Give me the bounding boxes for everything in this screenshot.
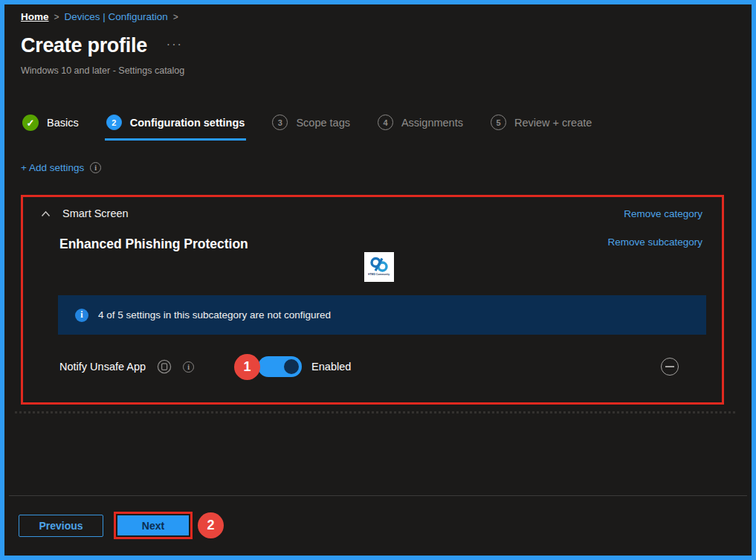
- check-icon: ✓: [22, 115, 39, 131]
- notify-unsafe-app-toggle[interactable]: [258, 356, 302, 377]
- info-icon: i: [75, 309, 88, 322]
- wizard-steps: ✓ Basics 2 Configuration settings 3 Scop…: [21, 110, 593, 141]
- annotation-step-1: 1: [234, 354, 260, 380]
- tab-review-create[interactable]: 5 Review + create: [489, 110, 593, 138]
- more-options-icon[interactable]: ···: [167, 38, 183, 51]
- tab-basics-label: Basics: [47, 117, 79, 129]
- step-number-badge: 3: [272, 115, 288, 130]
- page-title: Create profile: [21, 34, 147, 57]
- tab-configuration-settings[interactable]: 2 Configuration settings: [105, 110, 247, 141]
- subcategory-title: Enhanced Phishing Protection: [59, 236, 248, 252]
- info-icon[interactable]: i: [183, 361, 194, 373]
- setting-label: Notify Unsafe App: [59, 361, 146, 373]
- breadcrumb-home-link[interactable]: Home: [21, 11, 49, 22]
- remove-subcategory-link[interactable]: Remove subcategory: [607, 236, 702, 248]
- remove-setting-icon[interactable]: [661, 358, 679, 376]
- chevron-up-icon[interactable]: [41, 210, 51, 217]
- tab-scope-tags[interactable]: 3 Scope tags: [271, 110, 352, 138]
- page-subtitle: Windows 10 and later - Settings catalog: [21, 65, 184, 76]
- step-number-badge: 4: [378, 115, 393, 130]
- tab-configuration-settings-label: Configuration settings: [130, 117, 245, 129]
- remove-category-link[interactable]: Remove category: [624, 208, 702, 219]
- info-banner: i 4 of 5 settings in this subcategory ar…: [58, 295, 706, 335]
- next-button[interactable]: Next: [117, 515, 189, 535]
- tab-assignments[interactable]: 4 Assignments: [376, 110, 465, 138]
- breadcrumb-devices-configuration-link[interactable]: Devices | Configuration: [65, 11, 168, 22]
- step-number-badge: 5: [491, 115, 506, 130]
- annotation-box-next: Next: [114, 512, 193, 539]
- add-settings-label: + Add settings: [21, 162, 84, 173]
- annotation-step-2: 2: [198, 512, 224, 538]
- create-profile-page: Home > Devices | Configuration > Create …: [0, 0, 756, 560]
- setting-value: Enabled: [311, 361, 351, 373]
- setting-row-notify-unsafe-app: Notify Unsafe App i 1 Enabled: [59, 352, 702, 382]
- breadcrumb: Home > Devices | Configuration >: [21, 11, 178, 22]
- info-icon[interactable]: i: [90, 162, 101, 173]
- footer-divider: [9, 495, 747, 496]
- breadcrumb-separator: >: [54, 12, 59, 22]
- previous-button[interactable]: Previous: [19, 515, 103, 537]
- logo-caption: HTMD Community: [368, 273, 390, 276]
- wizard-footer: Previous Next 2: [19, 512, 224, 539]
- tab-review-create-label: Review + create: [514, 117, 592, 129]
- tab-assignments-label: Assignments: [401, 117, 463, 129]
- breadcrumb-separator: >: [173, 12, 178, 22]
- info-banner-text: 4 of 5 settings in this subcategory are …: [98, 309, 331, 321]
- add-settings-link[interactable]: + Add settings i: [21, 162, 101, 173]
- device-scope-icon[interactable]: [157, 359, 172, 374]
- toggle-knob: [284, 359, 299, 374]
- tab-basics[interactable]: ✓ Basics: [21, 110, 80, 139]
- dotted-divider: [15, 411, 735, 413]
- annotation-box-smart-screen: Smart Screen Remove category Enhanced Ph…: [21, 195, 724, 405]
- category-title: Smart Screen: [62, 207, 129, 219]
- step-number-badge: 2: [106, 115, 122, 130]
- htmd-community-logo: HTMD Community: [364, 252, 394, 282]
- tab-scope-tags-label: Scope tags: [296, 117, 350, 129]
